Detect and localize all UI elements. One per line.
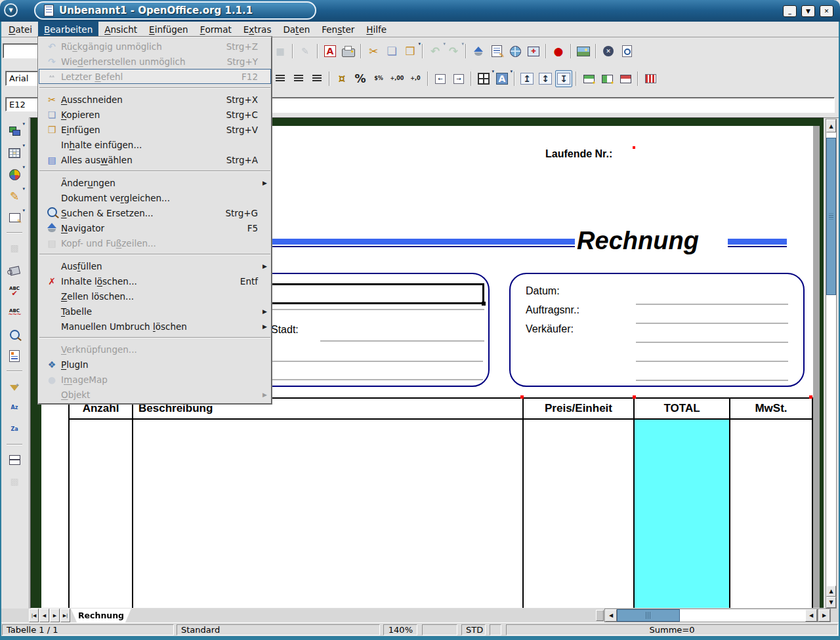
menu-ansicht[interactable]: Ansicht bbox=[98, 22, 143, 37]
vertical-scrollbar-track[interactable] bbox=[826, 132, 836, 586]
preis-column[interactable] bbox=[522, 420, 633, 609]
insert-cells-button[interactable]: ▾ bbox=[6, 144, 23, 161]
add-decimal-button[interactable]: +,00 bbox=[388, 70, 406, 87]
scroll-up-button-2[interactable]: ▲ bbox=[826, 586, 836, 597]
styles-button[interactable] bbox=[6, 261, 23, 278]
close-button[interactable]: ✕ bbox=[820, 5, 833, 17]
data-sources-button[interactable] bbox=[488, 43, 505, 60]
scroll-up-button[interactable]: ▲ bbox=[826, 119, 836, 132]
currency-button[interactable]: ¤ bbox=[333, 70, 350, 87]
dropdown-arrow-icon[interactable]: ▾ bbox=[22, 208, 25, 213]
dropdown-arrow-icon[interactable]: ▾ bbox=[22, 121, 25, 127]
sheet-first-button[interactable]: |◀ bbox=[29, 609, 39, 622]
dropdown-arrow-icon[interactable]: ▾ bbox=[461, 41, 464, 47]
menu-item-plugin[interactable]: ❖PlugIn bbox=[39, 357, 271, 372]
scroll-left-button-2[interactable]: ◀ bbox=[805, 609, 817, 622]
maximize-button[interactable]: ▼ bbox=[801, 5, 815, 17]
dropdown-arrow-icon[interactable]: ▾ bbox=[418, 41, 421, 47]
autofilter-button[interactable] bbox=[6, 378, 23, 395]
form-controls-button[interactable]: ▾ bbox=[6, 209, 23, 226]
menu-item-ausschneiden[interactable]: ✂AusschneidenStrg+X bbox=[39, 92, 271, 107]
titlebar[interactable]: ▼ Unbenannt1 - OpenOffice.org 1.1.1 _ ▼ … bbox=[0, 0, 840, 22]
insert-object-button[interactable]: ▾ bbox=[6, 166, 23, 183]
menu-item-ausfuellen[interactable]: Ausfüllen▶ bbox=[39, 258, 271, 273]
menu-einfuegen[interactable]: Einfügen bbox=[143, 22, 194, 37]
anzahl-column[interactable] bbox=[70, 420, 132, 609]
find-button[interactable] bbox=[6, 326, 23, 343]
chart-columns-button[interactable] bbox=[642, 70, 659, 87]
menu-item-zellen-loeschen[interactable]: Zellen löschen... bbox=[39, 289, 271, 304]
align-bottom-button[interactable]: ↧ bbox=[555, 70, 572, 87]
menu-datei[interactable]: Datei bbox=[3, 22, 38, 37]
menu-fenster[interactable]: Fenster bbox=[316, 22, 360, 37]
minimize-button[interactable]: _ bbox=[783, 5, 797, 17]
horizontal-scrollbar[interactable]: ◀ ◀ ▶ bbox=[604, 609, 831, 622]
hyperlink-button[interactable] bbox=[507, 43, 524, 60]
insert-rows-button[interactable] bbox=[580, 70, 597, 87]
remove-decimal-button[interactable]: +,0 bbox=[407, 70, 424, 87]
mwst-column[interactable] bbox=[729, 420, 812, 609]
record-button[interactable]: ● bbox=[550, 43, 567, 60]
sheet-next-button[interactable]: ▶ bbox=[50, 609, 60, 622]
number-format-button[interactable]: $% bbox=[370, 70, 387, 87]
dropdown-arrow-icon[interactable]: ▾ bbox=[22, 165, 25, 170]
gallery-button[interactable] bbox=[575, 43, 592, 60]
align-middle-button[interactable]: ↕ bbox=[537, 70, 554, 87]
menu-item-dokument-vergleichen[interactable]: Dokument vergleichen... bbox=[39, 190, 271, 205]
menu-hilfe[interactable]: Hilfe bbox=[360, 22, 392, 37]
percent-button[interactable]: % bbox=[352, 70, 369, 87]
scroll-down-button[interactable]: ▼ bbox=[826, 597, 836, 608]
draw-functions-button[interactable]: ✎▾ bbox=[6, 188, 23, 205]
menu-item-inhalte-einfuegen[interactable]: Inhalte einfügen... bbox=[39, 137, 271, 152]
sheet-prev-button[interactable]: ◀ bbox=[39, 609, 49, 622]
sheet-last-button[interactable]: ▶| bbox=[60, 609, 70, 622]
window-frame-bottom[interactable] bbox=[0, 636, 840, 640]
datapilot-button[interactable] bbox=[6, 348, 23, 365]
scroll-left-button[interactable]: ◀ bbox=[605, 609, 617, 622]
align-right-button[interactable] bbox=[290, 70, 307, 87]
vertical-scrollbar[interactable]: ▲ ▲ ▼ bbox=[826, 119, 837, 609]
menu-item-einfuegen[interactable]: ❒EinfügenStrg+V bbox=[39, 122, 271, 137]
paste-button[interactable]: ❒▾ bbox=[402, 43, 419, 60]
window-menu-button[interactable]: ▼ bbox=[4, 3, 18, 17]
scrollbar-splitter[interactable] bbox=[596, 610, 604, 621]
menu-daten[interactable]: Daten bbox=[277, 22, 316, 37]
menu-item-aenderungen[interactable]: Änderungen▶ bbox=[39, 175, 271, 190]
dropdown-arrow-icon[interactable]: ▾ bbox=[510, 69, 513, 74]
beschreibung-column[interactable] bbox=[132, 420, 522, 609]
cut-button[interactable]: ✂ bbox=[365, 43, 382, 60]
borders-button[interactable]: ▾ bbox=[475, 70, 492, 87]
decrease-indent-button[interactable] bbox=[432, 70, 449, 87]
cell-reference-box[interactable]: E12 bbox=[5, 97, 39, 111]
menu-item-umbruch-loeschen[interactable]: Manuellen Umbruch löschen▶ bbox=[39, 319, 271, 334]
spellcheck-button[interactable] bbox=[6, 283, 23, 300]
insert-columns-button[interactable] bbox=[598, 70, 616, 87]
sheet-tab-rechnung[interactable]: Rechnung bbox=[71, 609, 131, 622]
total-column[interactable] bbox=[633, 420, 729, 609]
print-button[interactable] bbox=[340, 43, 357, 60]
sort-ascending-button[interactable]: Az bbox=[6, 399, 23, 416]
menu-item-tabelle[interactable]: Tabelle▶ bbox=[39, 304, 271, 319]
menu-bearbeiten[interactable]: Bearbeiten bbox=[38, 22, 98, 37]
menu-item-inhalte-loeschen[interactable]: ✗Inhalte löschen...Entf bbox=[39, 273, 271, 289]
horizontal-scrollbar-thumb[interactable] bbox=[617, 609, 680, 622]
auto-spellcheck-button[interactable] bbox=[6, 304, 23, 321]
menu-item-alles-auswaehlen[interactable]: ▤Alles auswählenStrg+A bbox=[39, 152, 271, 167]
menu-item-suchen-ersetzen[interactable]: Suchen & Ersetzen...Strg+G bbox=[39, 205, 271, 220]
menu-item-kopieren[interactable]: ❏KopierenStrg+C bbox=[39, 107, 271, 122]
split-window-button[interactable] bbox=[6, 451, 23, 468]
dropdown-arrow-icon[interactable]: ▾ bbox=[22, 186, 25, 191]
copy-button[interactable]: ❏ bbox=[383, 43, 400, 60]
menu-format[interactable]: Format bbox=[194, 22, 238, 37]
insert-button[interactable]: ▾ bbox=[6, 123, 23, 140]
vertical-scrollbar-thumb[interactable] bbox=[826, 138, 836, 295]
scroll-right-button[interactable]: ▶ bbox=[818, 609, 830, 622]
export-pdf-button[interactable]: A bbox=[322, 43, 339, 60]
menu-extras[interactable]: Extras bbox=[238, 22, 278, 37]
sort-descending-button[interactable]: Za bbox=[6, 421, 23, 438]
stop-button[interactable] bbox=[600, 43, 617, 60]
page-preview-button[interactable] bbox=[618, 43, 635, 60]
align-justify-button[interactable] bbox=[308, 70, 326, 87]
align-center-button[interactable] bbox=[272, 70, 289, 87]
delete-cells-button[interactable] bbox=[617, 70, 634, 87]
